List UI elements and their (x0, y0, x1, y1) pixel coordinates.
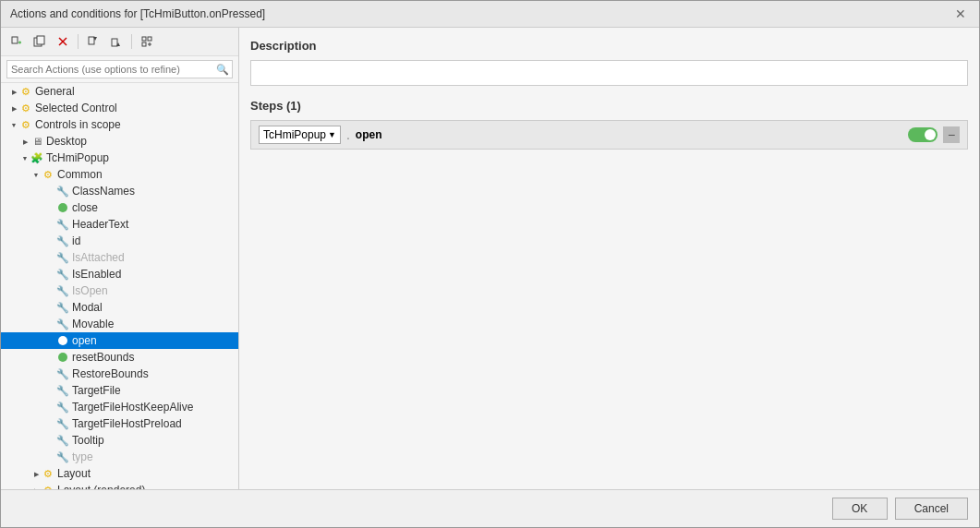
svg-rect-13 (142, 42, 146, 46)
expand-controls (8, 119, 19, 130)
no-expand-classnames (45, 186, 56, 197)
tree-item-headertext[interactable]: 🔧 HeaderText (1, 216, 238, 233)
tree-item-tchmi-popup[interactable]: 🧩 TcHmiPopup (1, 150, 238, 166)
tree-item-targetfilehostpreload[interactable]: 🔧 TargetFileHostPreload (1, 415, 238, 432)
svg-rect-11 (142, 37, 146, 41)
no-expand-id (45, 235, 56, 246)
copy-button[interactable] (30, 31, 50, 52)
tree-item-desktop[interactable]: 🖥 Desktop (1, 133, 238, 150)
expand-layout (30, 468, 42, 479)
separator-2 (131, 34, 132, 49)
tree-item-common[interactable]: ⚙ Common (1, 166, 238, 183)
tree-item-selected-control[interactable]: ⚙ Selected Control (1, 100, 238, 116)
no-expand-tfhp (45, 418, 56, 429)
icon-action-tfhp: 🔧 (56, 417, 69, 430)
tree-item-controls-in-scope[interactable]: ⚙ Controls in scope (1, 116, 238, 133)
no-expand-close (45, 202, 56, 213)
icon-action-isopen: 🔧 (56, 284, 69, 297)
dialog-title: Actions and conditions for [TcHmiButton.… (10, 7, 265, 20)
no-expand-isenabled (45, 269, 56, 280)
no-expand-tooltip (45, 435, 56, 446)
right-panel: Description Steps (1) TcHmiPopup ▼ . ope… (239, 28, 979, 489)
tree-item-targetfile[interactable]: 🔧 TargetFile (1, 382, 238, 399)
no-expand-resetbounds (45, 352, 56, 363)
tree-item-resetbounds[interactable]: resetBounds (1, 349, 238, 366)
expand-selected-control (8, 102, 19, 114)
tree-item-layout-rendered[interactable]: ⚙ Layout (rendered) (1, 482, 238, 489)
tree-item-modal[interactable]: 🔧 Modal (1, 299, 238, 316)
step-toggle[interactable] (908, 127, 938, 142)
icon-action-type: 🔧 (56, 450, 69, 463)
icon-gear-layout: ⚙ (42, 467, 54, 480)
svg-rect-7 (89, 37, 94, 44)
icon-action-restorebounds: 🔧 (56, 367, 69, 380)
tree-item-isopen[interactable]: 🔧 IsOpen (1, 282, 238, 299)
tree-item-restorebounds[interactable]: 🔧 RestoreBounds (1, 366, 238, 382)
icon-action-headertext: 🔧 (56, 218, 69, 231)
extra-button[interactable] (137, 31, 157, 52)
expand-general (8, 86, 19, 97)
tree-item-movable[interactable]: 🔧 Movable (1, 316, 238, 332)
no-expand-headertext (45, 219, 56, 230)
search-input[interactable] (6, 60, 233, 78)
description-label: Description (250, 39, 968, 53)
expand-common (30, 169, 42, 180)
search-button[interactable]: 🔍 (216, 64, 229, 76)
move-up-button[interactable] (83, 31, 103, 52)
no-expand-modal (45, 302, 56, 313)
description-box (250, 60, 968, 86)
icon-gear-controls: ⚙ (19, 118, 32, 131)
tree-item-id[interactable]: 🔧 id (1, 233, 238, 249)
icon-green-open (56, 334, 69, 347)
ok-button[interactable]: OK (832, 498, 888, 520)
step-row: TcHmiPopup ▼ . open − (250, 120, 968, 150)
tree-item-type[interactable]: 🔧 type (1, 449, 238, 465)
svg-rect-12 (148, 37, 151, 41)
tree-item-general[interactable]: ⚙ General (1, 83, 238, 100)
search-box: 🔍 (1, 56, 238, 83)
no-expand-type (45, 451, 56, 462)
new-button[interactable] (6, 31, 27, 52)
icon-gear-selected: ⚙ (19, 102, 32, 114)
move-down-button[interactable] (106, 31, 127, 52)
close-button[interactable]: ✕ (951, 6, 970, 21)
tree-item-targetfilehostkeepalive[interactable]: 🔧 TargetFileHostKeepAlive (1, 399, 238, 415)
no-expand-restorebounds (45, 368, 56, 379)
main-area: 🔍 ⚙ General ⚙ Selected Control (1, 28, 979, 489)
toolbar (1, 28, 238, 56)
icon-action-classnames: 🔧 (56, 185, 69, 198)
no-expand-open (45, 335, 56, 346)
tree-item-isenabled[interactable]: 🔧 IsEnabled (1, 266, 238, 282)
tree-item-layout[interactable]: ⚙ Layout (1, 465, 238, 482)
dropdown-arrow-icon: ▼ (328, 130, 336, 139)
tree-area: ⚙ General ⚙ Selected Control ⚙ Controls … (1, 83, 238, 489)
tree-item-close[interactable]: close (1, 199, 238, 216)
step-control-dropdown[interactable]: TcHmiPopup ▼ (259, 126, 341, 144)
separator-1 (78, 34, 79, 49)
delete-button[interactable] (53, 31, 73, 52)
dialog: Actions and conditions for [TcHmiButton.… (0, 0, 980, 528)
icon-action-isattached: 🔧 (56, 251, 69, 264)
no-expand-targetfile (45, 385, 56, 396)
icon-component-popup: 🧩 (30, 151, 43, 164)
icon-green-close (56, 201, 69, 214)
tree-item-isattached[interactable]: 🔧 IsAttached (1, 249, 238, 266)
tree-item-open[interactable]: open (1, 332, 238, 349)
icon-action-movable: 🔧 (56, 318, 69, 330)
svg-rect-4 (37, 36, 44, 44)
step-method-label: open (356, 128, 382, 141)
no-expand-tfhka (45, 402, 56, 413)
icon-action-id: 🔧 (56, 234, 69, 247)
icon-action-isenabled: 🔧 (56, 268, 69, 281)
icon-gear-common: ⚙ (42, 168, 54, 181)
icon-gear-general: ⚙ (19, 85, 32, 98)
left-panel: 🔍 ⚙ General ⚙ Selected Control (1, 28, 239, 489)
cancel-button[interactable]: Cancel (895, 498, 968, 520)
icon-green-resetbounds (56, 351, 69, 364)
tree-item-classnames[interactable]: 🔧 ClassNames (1, 183, 238, 199)
bottom-bar: OK Cancel (1, 489, 979, 527)
icon-action-tfhka: 🔧 (56, 401, 69, 414)
step-remove-button[interactable]: − (943, 126, 960, 143)
tree-item-tooltip[interactable]: 🔧 Tooltip (1, 432, 238, 449)
no-expand-movable (45, 318, 56, 330)
